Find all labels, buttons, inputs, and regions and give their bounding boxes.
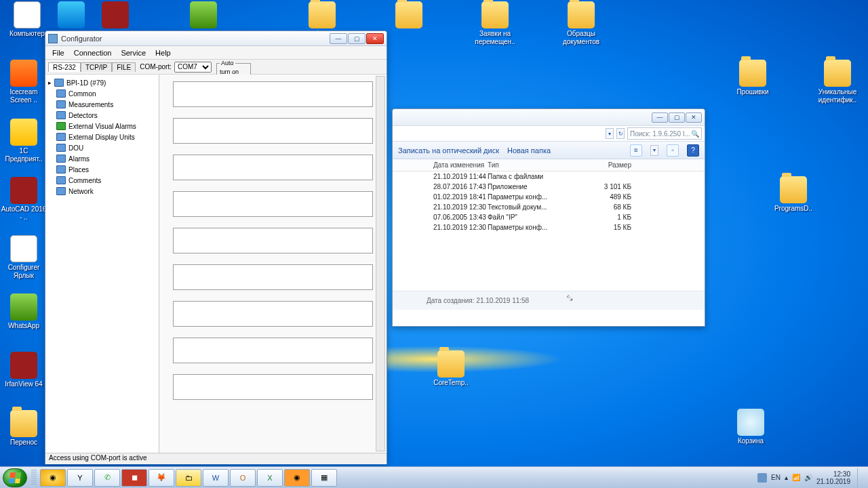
file-row[interactable]: 21.10.2019 12:30Текстовый докум...68 КБ <box>393 202 705 212</box>
desktop-icon[interactable]: ProgramsD.. <box>770 176 817 213</box>
menu-service[interactable]: Service <box>117 47 150 58</box>
tree-item[interactable]: External Display Units <box>47 131 157 142</box>
tree-item[interactable]: External Visual Alarms <box>47 121 157 131</box>
config-panel <box>173 228 373 253</box>
tb-configurator[interactable]: ▦ <box>311 469 337 487</box>
tb-yandex[interactable]: Y <box>67 469 93 487</box>
minimize-button[interactable]: — <box>330 33 347 44</box>
tree-item[interactable]: Alarms <box>47 153 157 164</box>
device-tree[interactable]: ▸ BPI-1D (#79) CommonMeasurementsDetecto… <box>45 75 159 453</box>
configurator-titlebar[interactable]: Configurator — ▢ ✕ <box>45 31 387 46</box>
desktop-icon[interactable]: Образцы документов <box>557 1 605 46</box>
tree-item[interactable]: Common <box>47 88 157 99</box>
file-row[interactable]: 21.10.2019 11:44Папка с файлами <box>393 171 705 182</box>
tree-item[interactable]: Detectors <box>47 110 157 121</box>
tb-whatsapp[interactable]: ✆ <box>94 469 120 487</box>
tb-outlook[interactable]: O <box>230 469 256 487</box>
desktop-icon[interactable]: IrfanView 64 <box>0 352 47 388</box>
config-panel <box>173 301 373 327</box>
file-row[interactable]: 28.07.2016 17:43Приложение3 101 КБ <box>393 182 705 192</box>
lang-indicator[interactable]: EN <box>771 474 781 481</box>
tray-icon[interactable] <box>757 473 767 483</box>
tree-item-label: Places <box>68 166 89 174</box>
tb-excel[interactable]: X <box>257 469 283 487</box>
desktop-icon[interactable] <box>385 1 433 30</box>
desktop-icon[interactable]: Уникальные идентифик.. <box>814 60 861 104</box>
file-row[interactable]: 21.10.2019 12:30Параметры конф...15 КБ <box>393 222 705 232</box>
tb-word[interactable]: W <box>203 469 229 487</box>
desktop-icon[interactable]: Компьютер <box>3 1 51 38</box>
cmd-newfolder[interactable]: Новая папка <box>507 146 551 155</box>
search-icon[interactable]: 🔍 <box>691 130 699 138</box>
icon-label: Корзина <box>727 437 774 445</box>
view-dropdown[interactable]: ▾ <box>650 145 658 156</box>
desktop-icon[interactable]: CoreTemp.. <box>427 350 475 387</box>
explorer-close[interactable]: ✕ <box>686 113 702 123</box>
tree-item[interactable]: Measurements <box>47 99 157 110</box>
com-select[interactable]: COM7 <box>174 62 212 73</box>
tree-root[interactable]: ▸ BPI-1D (#79) <box>47 77 157 88</box>
config-panel <box>173 191 373 217</box>
desktop-icon[interactable] <box>47 1 95 30</box>
desktop-icon[interactable]: Configurer Ярлык <box>0 235 47 280</box>
tab-tcpip[interactable]: TCP/IP <box>81 62 112 72</box>
col-size[interactable]: Размер <box>589 161 644 169</box>
tree-item[interactable]: Places <box>47 164 157 175</box>
file-row[interactable]: 01.02.2019 18:41Параметры конф...489 КБ <box>393 192 705 202</box>
desktop-icon[interactable]: AutoCAD 2016 - .. <box>0 177 47 222</box>
col-type[interactable]: Тип <box>488 161 589 169</box>
menu-file[interactable]: File <box>48 47 68 58</box>
preview-button[interactable]: ▫ <box>667 144 679 157</box>
explorer-maximize[interactable]: ▢ <box>669 113 685 123</box>
icon-image <box>102 1 129 28</box>
start-button[interactable] <box>3 468 27 487</box>
tree-item[interactable]: Network <box>47 186 157 197</box>
scrollbar[interactable] <box>376 76 385 451</box>
tray-flag-icon[interactable]: ▴ <box>785 474 788 481</box>
explorer-minimize[interactable]: — <box>652 113 668 123</box>
desktop-icon[interactable]: Прошивки <box>729 60 776 96</box>
show-desktop[interactable] <box>857 468 863 487</box>
system-tray[interactable]: EN ▴ 📶 🔊 12:30 21.10.2019 <box>755 468 865 487</box>
tab-rs232[interactable]: RS-232 <box>48 62 81 72</box>
desktop-icon[interactable] <box>180 1 227 30</box>
tb-app1[interactable]: ◼ <box>121 469 147 487</box>
tb-app2[interactable]: ◉ <box>284 469 310 487</box>
desktop-icon[interactable]: WhatsApp <box>0 293 47 330</box>
refresh-button[interactable]: ↻ <box>616 128 625 139</box>
cmd-burn[interactable]: Записать на оптический диск <box>398 146 499 155</box>
desktop-icon[interactable]: Перенос <box>0 410 47 447</box>
desktop-icon[interactable]: Заявки на перемещен.. <box>471 1 519 46</box>
desktop-icon[interactable] <box>92 1 139 30</box>
tab-file[interactable]: FILE <box>112 62 136 72</box>
tree-item-icon <box>56 89 66 98</box>
volume-icon[interactable]: 🔊 <box>804 474 812 481</box>
close-button[interactable]: ✕ <box>366 33 384 44</box>
cell-date: 21.10.2019 12:30 <box>393 224 488 231</box>
search-box[interactable]: Поиск: 1.9.6.250 I... 🔍 <box>627 127 702 140</box>
desktop-icon[interactable]: 1С Предприят.. <box>0 119 47 163</box>
tb-chrome[interactable]: ◉ <box>40 469 66 487</box>
icon-label: Icecream Screen .. <box>0 88 47 104</box>
desktop-icon[interactable]: Корзина <box>727 409 774 445</box>
desktop-icon[interactable]: Icecream Screen .. <box>0 60 47 104</box>
col-date[interactable]: Дата изменения <box>393 161 488 169</box>
address-dropdown[interactable]: ▾ <box>606 128 614 139</box>
view-button[interactable]: ≡ <box>630 144 642 157</box>
file-row[interactable]: 07.06.2005 13:43Файл "IP"1 КБ <box>393 212 705 222</box>
maximize-button[interactable]: ▢ <box>348 33 366 44</box>
help-button[interactable]: ? <box>687 144 699 157</box>
config-panel <box>173 155 373 180</box>
tb-explorer[interactable]: 🗀 <box>176 469 201 487</box>
icon-label: Перенос <box>0 439 47 447</box>
tree-item[interactable]: DOU <box>47 142 157 153</box>
explorer-titlebar[interactable]: — ▢ ✕ <box>393 109 705 125</box>
menu-help[interactable]: Help <box>151 47 175 58</box>
network-icon[interactable]: 📶 <box>792 474 800 481</box>
list-header[interactable]: Дата изменения Тип Размер <box>393 159 705 171</box>
menu-connection[interactable]: Connection <box>70 47 116 58</box>
clock[interactable]: 12:30 21.10.2019 <box>816 470 850 485</box>
tree-item[interactable]: Comments <box>47 175 157 186</box>
file-list[interactable]: Дата изменения Тип Размер 21.10.2019 11:… <box>393 159 705 291</box>
tb-firefox[interactable]: 🦊 <box>149 469 174 487</box>
